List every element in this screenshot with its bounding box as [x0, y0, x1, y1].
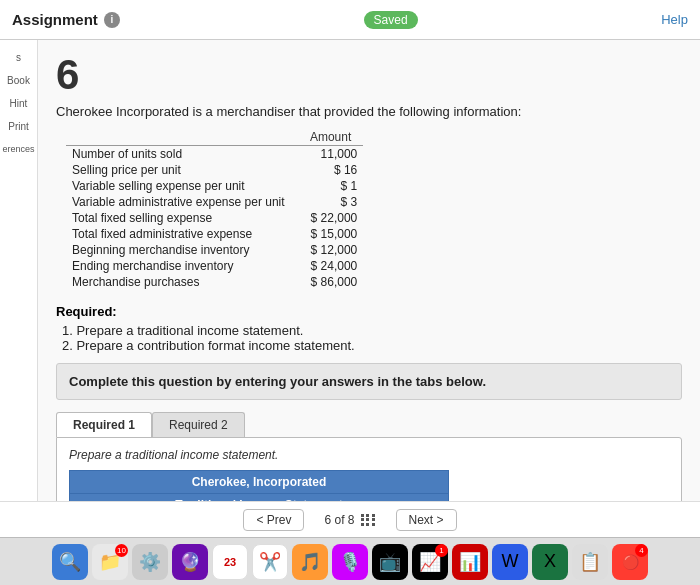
- grid-icon: [361, 514, 376, 526]
- sidebar: s Book Hint Print erences: [0, 40, 38, 537]
- help-link[interactable]: Help: [661, 12, 688, 27]
- top-bar-left: Assignment i: [12, 11, 120, 28]
- required-item-1: 1. Prepare a traditional income statemen…: [62, 323, 682, 338]
- sidebar-item-print[interactable]: Print: [0, 117, 37, 136]
- dock-badge-alert: 4: [635, 544, 648, 557]
- sidebar-item-book[interactable]: Book: [0, 71, 37, 90]
- table-row: Variable selling expense per unit $ 1: [66, 178, 363, 194]
- dock-files[interactable]: 📁10: [92, 544, 128, 580]
- bottom-nav: < Prev 6 of 8 Next >: [0, 501, 700, 537]
- dock-siri[interactable]: 🔮: [172, 544, 208, 580]
- dock-scissors[interactable]: ✂️: [252, 544, 288, 580]
- info-icon[interactable]: i: [104, 12, 120, 28]
- page-counter: 6 of 8: [324, 513, 354, 527]
- required-section: Required: 1. Prepare a traditional incom…: [56, 304, 682, 353]
- amount-col-header: Amount: [305, 129, 364, 146]
- page-number: 6: [56, 54, 682, 96]
- complete-box: Complete this question by entering your …: [56, 363, 682, 400]
- problem-description: Cherokee Incorporated is a merchandiser …: [56, 104, 682, 119]
- sidebar-item-s[interactable]: s: [0, 48, 37, 67]
- tab-required-2[interactable]: Required 2: [152, 412, 245, 437]
- table-row: Beginning merchandise inventory $ 12,000: [66, 242, 363, 258]
- table-row: Total fixed administrative expense $ 15,…: [66, 226, 363, 242]
- dock-badge-files: 10: [115, 544, 128, 557]
- dock-misc1[interactable]: 📋: [572, 544, 608, 580]
- required-item-2: 2. Prepare a contribution format income …: [62, 338, 682, 353]
- company-name-header: Cherokee, Incorporated: [70, 471, 449, 494]
- dock-alert[interactable]: 🔴4: [612, 544, 648, 580]
- dock-tv[interactable]: 📺: [372, 544, 408, 580]
- main-content: 6 Cherokee Incorporated is a merchandise…: [38, 40, 700, 537]
- dock-badge-stocks: 1: [435, 544, 448, 557]
- label-col-header: [66, 129, 305, 146]
- page-title: Assignment: [12, 11, 98, 28]
- table-row: Ending merchandise inventory $ 24,000: [66, 258, 363, 274]
- tabs-container: Required 1 Required 2: [56, 412, 682, 437]
- dock-word[interactable]: W: [492, 544, 528, 580]
- required-title: Required:: [56, 304, 682, 319]
- dock-finder[interactable]: 🔍: [52, 544, 88, 580]
- tab-instruction: Prepare a traditional income statement.: [69, 448, 669, 462]
- data-table: Amount Number of units sold 11,000 Selli…: [66, 129, 363, 290]
- page-info: 6 of 8: [324, 513, 375, 527]
- table-row: Number of units sold 11,000: [66, 146, 363, 163]
- dock-stocks[interactable]: 📈1: [412, 544, 448, 580]
- top-bar: Assignment i Saved Help: [0, 0, 700, 40]
- saved-badge: Saved: [364, 11, 418, 29]
- sidebar-item-hint[interactable]: Hint: [0, 94, 37, 113]
- dock-podcasts[interactable]: 🎙️: [332, 544, 368, 580]
- dock-music[interactable]: 🎵: [292, 544, 328, 580]
- dock-system[interactable]: ⚙️: [132, 544, 168, 580]
- table-row: Merchandise purchases $ 86,000: [66, 274, 363, 290]
- sidebar-item-references[interactable]: erences: [0, 140, 37, 158]
- prev-button[interactable]: < Prev: [243, 509, 304, 531]
- table-row: Variable administrative expense per unit…: [66, 194, 363, 210]
- dock-excel[interactable]: X: [532, 544, 568, 580]
- next-button[interactable]: Next >: [396, 509, 457, 531]
- dock-powerpoint[interactable]: 📊: [452, 544, 488, 580]
- dock: 🔍 📁10 ⚙️ 🔮 23 ✂️ 🎵 🎙️ 📺 📈1 📊 W X 📋 🔴4: [0, 537, 700, 585]
- table-row: Selling price per unit $ 16: [66, 162, 363, 178]
- table-row: Total fixed selling expense $ 22,000: [66, 210, 363, 226]
- tab-required-1[interactable]: Required 1: [56, 412, 152, 437]
- dock-calendar[interactable]: 23: [212, 544, 248, 580]
